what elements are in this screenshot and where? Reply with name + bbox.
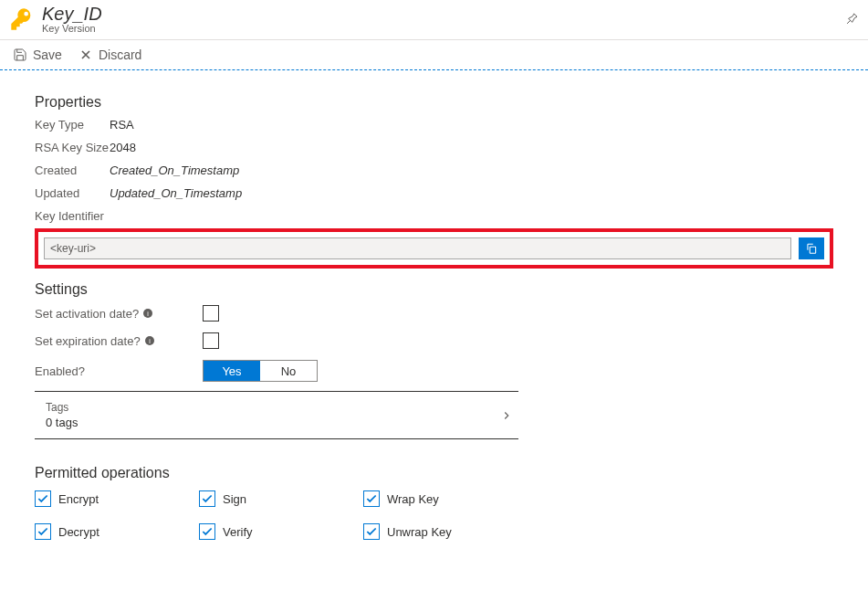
discard-label: Discard: [99, 47, 141, 62]
checkbox-checked: [35, 490, 51, 507]
tags-count: 0 tags: [46, 416, 78, 429]
copy-icon: [805, 242, 818, 255]
save-label: Save: [33, 47, 62, 62]
prop-rsa-size: RSA Key Size 2048: [35, 141, 833, 154]
activation-checkbox[interactable]: [203, 305, 219, 322]
perm-label: Unwrap Key: [387, 525, 452, 539]
setting-expiration: Set expiration date? i: [35, 332, 833, 349]
updated-label: Updated: [35, 186, 110, 200]
save-icon: [13, 47, 27, 62]
page-title: Key_ID: [42, 4, 102, 24]
perm-label: Encrypt: [58, 492, 99, 506]
key-identifier-input[interactable]: [44, 237, 791, 259]
prop-key-type: Key Type RSA: [35, 118, 833, 132]
rsa-size-value: 2048: [110, 141, 136, 154]
prop-updated: Updated Updated_On_Timestamp: [35, 186, 833, 200]
perm-decrypt[interactable]: Decrypt: [35, 523, 199, 540]
rsa-size-label: RSA Key Size: [35, 141, 110, 154]
discard-button[interactable]: Discard: [78, 47, 141, 62]
settings-section: Settings Set activation date? i Set expi…: [35, 281, 833, 439]
content-area: Properties Key Type RSA RSA Key Size 204…: [0, 70, 868, 564]
toolbar: Save Discard: [0, 40, 868, 70]
activation-label: Set activation date?: [35, 307, 139, 321]
copy-button[interactable]: [799, 237, 824, 259]
perm-wrap-key[interactable]: Wrap Key: [363, 490, 528, 507]
save-button[interactable]: Save: [13, 47, 62, 62]
enabled-yes-button[interactable]: Yes: [204, 361, 260, 381]
updated-value: Updated_On_Timestamp: [110, 186, 242, 200]
perm-label: Verify: [223, 525, 253, 539]
enabled-label: Enabled?: [35, 364, 85, 378]
permitted-section: Permitted operations Encrypt Sign Wrap K…: [35, 465, 833, 540]
perm-unwrap-key[interactable]: Unwrap Key: [363, 523, 528, 540]
setting-activation: Set activation date? i: [35, 305, 833, 322]
checkbox-checked: [363, 523, 380, 540]
header-text: Key_ID Key Version: [42, 4, 102, 34]
key-icon: [9, 6, 35, 32]
enabled-no-button[interactable]: No: [260, 361, 317, 381]
created-label: Created: [35, 163, 110, 177]
perm-encrypt[interactable]: Encrypt: [35, 490, 199, 507]
tags-row[interactable]: Tags 0 tags: [35, 392, 518, 439]
created-value: Created_On_Timestamp: [110, 163, 239, 177]
info-icon[interactable]: i: [142, 308, 153, 319]
key-identifier-label: Key Identifier: [35, 209, 833, 223]
properties-heading: Properties: [35, 94, 833, 111]
enabled-toggle: Yes No: [203, 360, 318, 382]
checkbox-checked: [35, 523, 51, 540]
tags-label: Tags: [46, 401, 78, 414]
perm-label: Wrap Key: [387, 492, 439, 506]
checkbox-checked: [199, 523, 215, 540]
perm-verify[interactable]: Verify: [199, 523, 363, 540]
expiration-checkbox[interactable]: [203, 332, 219, 349]
permitted-grid: Encrypt Sign Wrap Key Decrypt Verify Unw…: [35, 490, 833, 540]
settings-heading: Settings: [35, 281, 833, 298]
prop-created: Created Created_On_Timestamp: [35, 163, 833, 177]
chevron-right-icon: [500, 409, 513, 422]
key-type-value: RSA: [110, 118, 134, 132]
page-subtitle: Key Version: [42, 23, 102, 34]
svg-rect-0: [810, 247, 815, 253]
checkbox-checked: [363, 490, 380, 507]
pin-icon[interactable]: [844, 12, 859, 26]
perm-label: Sign: [223, 492, 246, 506]
key-identifier-highlight: [35, 228, 833, 269]
key-type-label: Key Type: [35, 118, 110, 132]
checkbox-checked: [199, 490, 215, 507]
perm-sign[interactable]: Sign: [199, 490, 363, 507]
permitted-heading: Permitted operations: [35, 465, 833, 481]
discard-icon: [78, 47, 93, 62]
info-icon[interactable]: i: [144, 335, 155, 346]
setting-enabled: Enabled? Yes No: [35, 360, 833, 382]
page-header: Key_ID Key Version: [0, 0, 868, 40]
expiration-label: Set expiration date?: [35, 334, 141, 348]
perm-label: Decrypt: [58, 525, 99, 539]
